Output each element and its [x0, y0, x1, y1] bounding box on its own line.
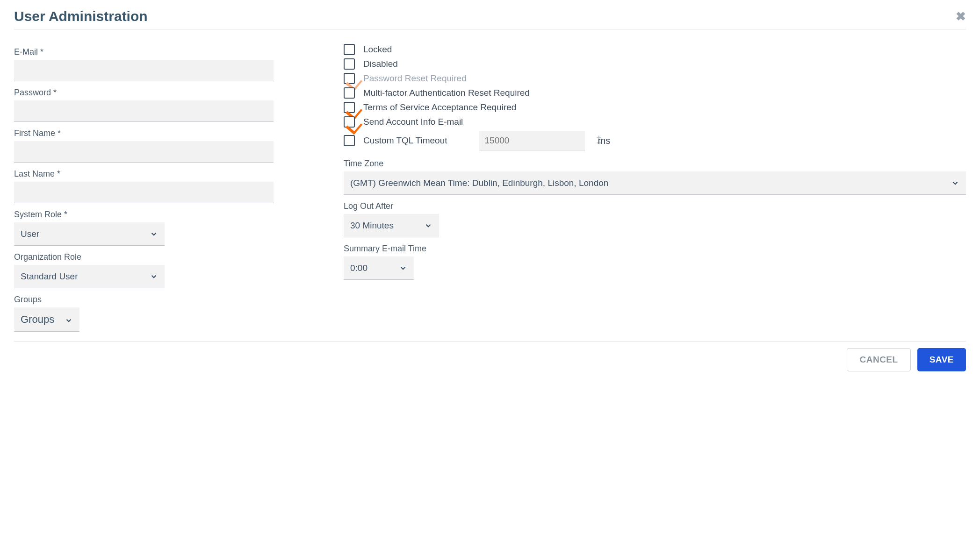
tos-row: Terms of Service Acceptance Required [344, 102, 966, 113]
password-label: Password * [14, 88, 274, 98]
summary-select[interactable]: 0:00 [344, 256, 414, 280]
summary-label: Summary E-mail Time [344, 244, 966, 254]
pw-reset-row: Password Reset Required [344, 73, 966, 84]
system-role-select[interactable]: User [14, 222, 165, 246]
tql-label: Custom TQL Timeout [363, 135, 447, 146]
tql-timeout-field[interactable] [484, 135, 597, 146]
send-email-checkbox[interactable] [344, 116, 355, 128]
email-label: E-Mail * [14, 47, 274, 57]
right-column: Locked Disabled Password Reset Required … [344, 41, 966, 332]
org-role-value: Standard User [21, 271, 78, 282]
first-name-label: First Name * [14, 128, 274, 138]
locked-checkbox[interactable] [344, 44, 355, 55]
disabled-label: Disabled [363, 59, 398, 69]
send-email-label: Send Account Info E-mail [363, 117, 463, 127]
summary-value: 0:00 [350, 263, 368, 273]
tql-input-wrap: + − [479, 131, 585, 150]
form-columns: E-Mail * Password * First Name * Last Na… [14, 41, 966, 342]
logout-label: Log Out After [344, 201, 966, 211]
dialog-title: User Administration [14, 8, 148, 24]
timezone-select[interactable]: (GMT) Greenwich Mean Time: Dublin, Edinb… [344, 171, 966, 195]
chevron-down-icon [65, 315, 73, 324]
send-email-row: Send Account Info E-mail [344, 116, 966, 128]
cancel-button[interactable]: CANCEL [847, 348, 910, 371]
system-role-label: System Role * [14, 210, 274, 220]
groups-label: Groups [14, 295, 274, 305]
disabled-row: Disabled [344, 58, 966, 70]
chevron-down-icon [424, 221, 432, 230]
chevron-down-icon [399, 264, 407, 272]
locked-label: Locked [363, 44, 392, 55]
email-field[interactable] [14, 60, 274, 81]
chevron-down-icon [150, 272, 158, 281]
tql-checkbox[interactable] [344, 135, 355, 146]
dialog-footer: CANCEL SAVE [14, 348, 966, 371]
pw-reset-label: Password Reset Required [363, 73, 467, 84]
logout-select[interactable]: 30 Minutes [344, 214, 439, 237]
system-role-value: User [21, 229, 39, 239]
disabled-checkbox[interactable] [344, 58, 355, 70]
first-name-field[interactable] [14, 141, 274, 163]
tql-unit: ms [598, 135, 611, 146]
password-field[interactable] [14, 100, 274, 122]
timezone-value: (GMT) Greenwich Mean Time: Dublin, Edinb… [350, 178, 608, 188]
user-admin-dialog: User Administration ✖ E-Mail * Password … [0, 0, 980, 385]
groups-select[interactable]: Groups [14, 307, 79, 332]
mfa-reset-row: Multi-factor Authentication Reset Requir… [344, 87, 966, 99]
groups-value: Groups [21, 313, 54, 326]
tos-checkbox[interactable] [344, 102, 355, 113]
chevron-down-icon [951, 179, 959, 187]
save-button[interactable]: SAVE [917, 348, 966, 371]
tos-label: Terms of Service Acceptance Required [363, 102, 516, 113]
close-icon[interactable]: ✖ [956, 10, 966, 22]
timezone-label: Time Zone [344, 159, 966, 169]
last-name-label: Last Name * [14, 169, 274, 179]
tql-row: Custom TQL Timeout + − ms [344, 131, 966, 150]
org-role-select[interactable]: Standard User [14, 265, 165, 288]
left-column: E-Mail * Password * First Name * Last Na… [14, 41, 274, 332]
mfa-reset-checkbox[interactable] [344, 87, 355, 99]
logout-value: 30 Minutes [350, 221, 394, 231]
pw-reset-checkbox[interactable] [344, 73, 355, 84]
last-name-field[interactable] [14, 182, 274, 203]
dialog-header: User Administration ✖ [14, 8, 966, 29]
chevron-down-icon [150, 230, 158, 238]
org-role-label: Organization Role [14, 252, 274, 262]
locked-row: Locked [344, 44, 966, 55]
mfa-reset-label: Multi-factor Authentication Reset Requir… [363, 88, 530, 98]
